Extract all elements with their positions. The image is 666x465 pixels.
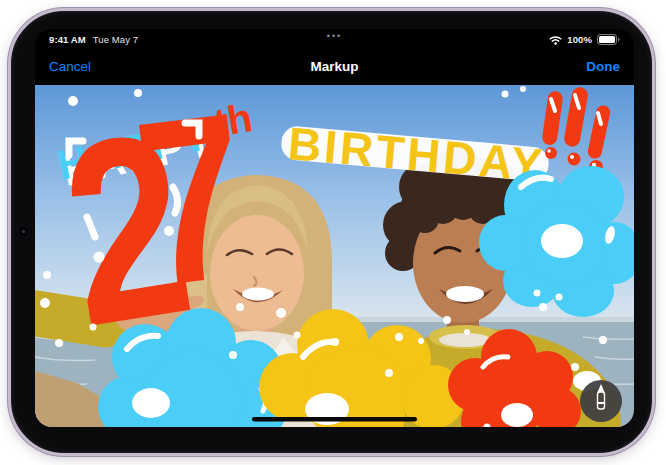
wifi-icon <box>549 35 562 45</box>
battery-percent: 100% <box>567 34 592 45</box>
status-bar: 9:41 AM Tue May 7 ••• 100% <box>35 29 634 48</box>
status-time-date: 9:41 AM Tue May 7 <box>49 34 138 45</box>
markup-canvas[interactable]: HAPPY HAPPY 2 7 <box>35 85 634 427</box>
cancel-button[interactable]: Cancel <box>49 59 91 74</box>
battery-icon <box>597 34 620 45</box>
ipad-frame: 9:41 AM Tue May 7 ••• 100% <box>8 8 655 456</box>
markup-toolbar: Cancel Markup Done <box>35 48 634 85</box>
screen: 9:41 AM Tue May 7 ••• 100% <box>35 29 634 427</box>
multitask-dots-icon[interactable]: ••• <box>327 32 342 41</box>
done-button[interactable]: Done <box>586 59 620 74</box>
status-time: 9:41 AM <box>49 34 86 45</box>
front-camera-icon <box>19 227 28 236</box>
drawing-th: th <box>211 95 256 145</box>
page-title: Markup <box>310 59 358 74</box>
screenshot: 9:41 AM Tue May 7 ••• 100% <box>0 0 666 465</box>
home-indicator[interactable] <box>252 417 417 422</box>
drawing-th-text: th <box>211 95 256 145</box>
pen-tool-button[interactable] <box>580 380 622 422</box>
status-indicators: 100% <box>549 34 620 45</box>
status-date: Tue May 7 <box>93 34 138 45</box>
